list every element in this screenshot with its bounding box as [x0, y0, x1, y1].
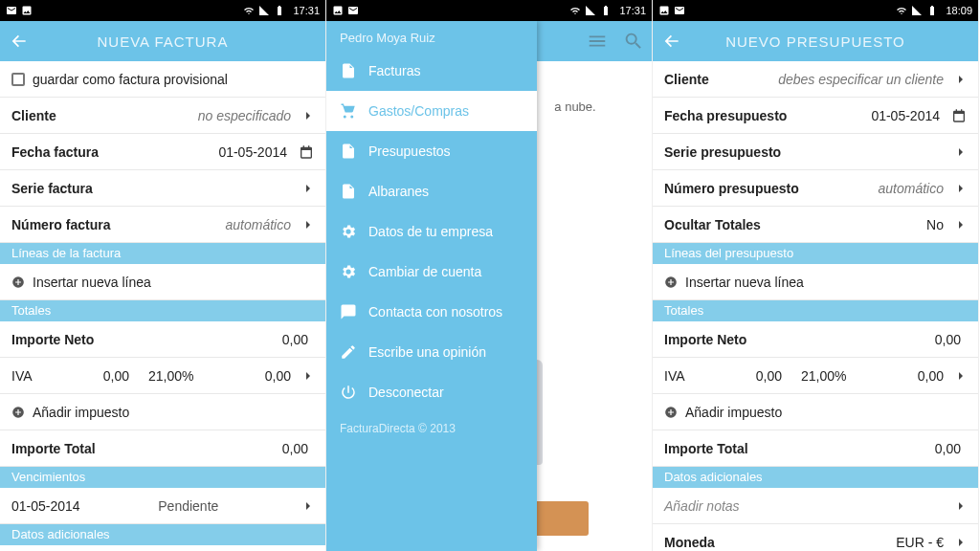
battery-icon [274, 5, 285, 16]
wifi-icon [569, 5, 581, 16]
fecha-factura-row[interactable]: Fecha factura 01-05-2014 [0, 134, 325, 170]
clock: 17:31 [293, 5, 320, 16]
total-value: 0,00 [282, 441, 308, 456]
add-tax-row[interactable]: Añadir impuesto [653, 394, 978, 430]
cliente-value: no especificado [198, 108, 291, 123]
signal-icon [585, 5, 596, 16]
serie-factura-row[interactable]: Serie factura [0, 170, 325, 207]
chevron-right-icon [302, 370, 314, 382]
drawer-item-contacta-con-nosotros[interactable]: Contacta con nosotros [326, 292, 537, 332]
status-bar: 18:09 [653, 0, 978, 21]
drawer-user: Pedro Moya Ruiz [326, 21, 537, 51]
vencimiento-row[interactable]: 01-05-2014 Pendiente [0, 488, 325, 524]
iva-label: IVA [11, 368, 33, 384]
menu-icon[interactable] [587, 31, 608, 52]
importe-total-row: Importe Total 0,00 [0, 430, 325, 467]
fecha-label: Fecha factura [11, 144, 218, 160]
section-lineas: Líneas de la factura [0, 243, 325, 264]
chevron-right-icon [955, 370, 967, 382]
drawer-item-gastos-compras[interactable]: Gastos/Compras [326, 91, 537, 131]
drawer-item-escribe-una-opini-n[interactable]: Escribe una opinión [326, 332, 537, 372]
numero-presupuesto-row[interactable]: Número presupuesto automático [653, 170, 978, 207]
drawer-item-label: Facturas [368, 63, 420, 78]
drawer-item-albaranes[interactable]: Albaranes [326, 171, 537, 211]
ocultar-value: No [926, 217, 944, 232]
drawer-item-label: Desconectar [368, 385, 444, 400]
cliente-label: Cliente [11, 108, 198, 123]
add-tax-row[interactable]: Añadir impuesto [0, 394, 325, 430]
drawer-item-label: Contacta con nosotros [368, 304, 502, 320]
due-date: 01-05-2014 [11, 498, 80, 514]
drawer-item-presupuestos[interactable]: Presupuestos [326, 131, 537, 171]
chevron-right-icon [955, 183, 967, 194]
search-icon[interactable] [623, 31, 644, 52]
numero-value: automático [226, 217, 291, 232]
numero-value: automático [879, 181, 944, 196]
drawer-item-facturas[interactable]: Facturas [326, 51, 537, 91]
cliente-row[interactable]: Cliente no especificado [0, 98, 325, 134]
notification-icon [674, 5, 685, 16]
clock: 17:31 [619, 5, 646, 16]
iva-row[interactable]: IVA 0,00 21,00% 0,00 [0, 358, 325, 394]
importe-neto-row: Importe Neto 0,00 [0, 321, 325, 358]
image-icon [21, 5, 33, 16]
serie-label: Serie presupuesto [664, 144, 949, 160]
wifi-icon [243, 5, 255, 16]
back-button[interactable] [662, 32, 681, 51]
checkbox-icon[interactable] [11, 73, 25, 86]
back-button[interactable] [10, 32, 29, 51]
cart-icon [340, 102, 357, 120]
drawer-item-datos-de-tu-empresa[interactable]: Datos de tu empresa [326, 211, 537, 252]
moneda-row[interactable]: Moneda EUR - € [653, 524, 978, 551]
drawer-item-label: Escribe una opinión [368, 344, 486, 360]
cliente-row[interactable]: Cliente debes especificar un cliente [653, 61, 978, 98]
insert-line-row[interactable]: Insertar nueva línea [653, 264, 978, 300]
drawer-item-desconectar[interactable]: Desconectar [326, 372, 537, 412]
importe-neto-row: Importe Neto 0,00 [653, 321, 978, 358]
drawer-item-label: Gastos/Compras [368, 103, 469, 119]
save-provisional-row[interactable]: guardar como factura provisional [0, 61, 325, 98]
clock: 18:09 [946, 5, 972, 16]
iva-row[interactable]: IVA 0,00 21,00% 0,00 [653, 358, 978, 394]
ocultar-totales-row[interactable]: Ocultar Totales No [653, 207, 978, 243]
iva-base: 0,00 [103, 368, 129, 384]
status-bar: 17:31 [326, 0, 652, 21]
add-tax-label: Añadir impuesto [685, 405, 967, 420]
save-provisional-label: guardar como factura provisional [33, 72, 314, 87]
gear-icon [340, 223, 357, 240]
moneda-label: Moneda [664, 535, 896, 550]
nav-drawer: Pedro Moya Ruiz FacturasGastos/ComprasPr… [326, 21, 537, 551]
neto-value: 0,00 [282, 332, 308, 347]
section-totales: Totales [0, 300, 325, 321]
status-bar: 17:31 [0, 0, 325, 21]
moneda-value: EUR - € [896, 535, 944, 550]
chevron-right-icon [955, 537, 967, 548]
total-label: Importe Total [11, 441, 282, 456]
numero-factura-row[interactable]: Número factura automático [0, 207, 325, 243]
drawer-item-cambiar-de-cuenta[interactable]: Cambiar de cuenta [326, 252, 537, 292]
iva-base: 0,00 [756, 368, 782, 384]
chevron-right-icon [955, 146, 967, 158]
drawer-item-label: Albaranes [368, 184, 429, 199]
add-notes-row[interactable]: Añadir notas [653, 488, 978, 524]
numero-label: Número factura [11, 217, 226, 232]
add-notes-row[interactable]: Añadir notas [0, 545, 325, 551]
chevron-right-icon [302, 110, 314, 121]
add-notes-label: Añadir notas [664, 498, 949, 514]
serie-presupuesto-row[interactable]: Serie presupuesto [653, 134, 978, 170]
fecha-presupuesto-row[interactable]: Fecha presupuesto 01-05-2014 [653, 98, 978, 134]
neto-label: Importe Neto [664, 332, 935, 347]
plus-icon [664, 406, 678, 419]
ocultar-label: Ocultar Totales [664, 217, 926, 232]
chevron-right-icon [955, 500, 967, 512]
backdrop-snippet: a nube. [554, 99, 595, 114]
chevron-right-icon [955, 219, 967, 231]
total-value: 0,00 [935, 441, 961, 456]
insert-line-row[interactable]: Insertar nueva línea [0, 264, 325, 300]
notification-icon [6, 5, 17, 16]
image-icon [332, 5, 344, 16]
page-title: NUEVO PRESUPUESTO [725, 33, 905, 50]
section-datos-adicionales: Datos adicionales [0, 524, 325, 545]
drawer-copyright: FacturaDirecta © 2013 [326, 412, 537, 445]
edit-icon [340, 343, 357, 361]
